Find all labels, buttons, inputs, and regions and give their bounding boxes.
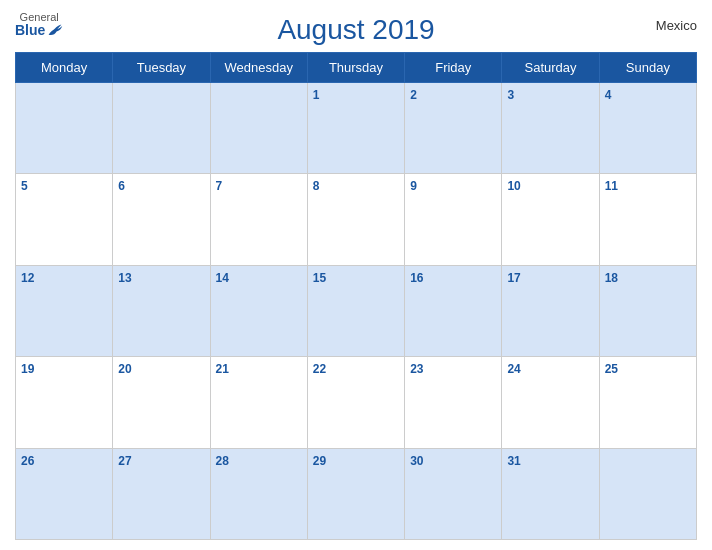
calendar-cell: 19 (16, 357, 113, 448)
calendar-cell: 10 (502, 174, 599, 265)
day-number: 1 (313, 88, 320, 102)
day-number: 8 (313, 179, 320, 193)
weekday-header-friday: Friday (405, 53, 502, 83)
calendar-cell: 8 (307, 174, 404, 265)
calendar-cell: 2 (405, 83, 502, 174)
weekday-header-saturday: Saturday (502, 53, 599, 83)
day-number: 21 (216, 362, 229, 376)
calendar-week-row: 12131415161718 (16, 265, 697, 356)
day-number: 30 (410, 454, 423, 468)
calendar-cell: 31 (502, 448, 599, 539)
calendar-week-row: 19202122232425 (16, 357, 697, 448)
calendar-cell: 5 (16, 174, 113, 265)
day-number: 19 (21, 362, 34, 376)
day-number: 11 (605, 179, 618, 193)
day-number: 20 (118, 362, 131, 376)
calendar-cell: 21 (210, 357, 307, 448)
day-number: 28 (216, 454, 229, 468)
calendar-table: MondayTuesdayWednesdayThursdayFridaySatu… (15, 52, 697, 540)
weekday-header-sunday: Sunday (599, 53, 696, 83)
calendar-cell: 25 (599, 357, 696, 448)
weekday-header-tuesday: Tuesday (113, 53, 210, 83)
country-label: Mexico (656, 18, 697, 33)
weekday-header-wednesday: Wednesday (210, 53, 307, 83)
day-number: 6 (118, 179, 125, 193)
calendar-cell: 30 (405, 448, 502, 539)
calendar-cell: 1 (307, 83, 404, 174)
calendar-cell: 14 (210, 265, 307, 356)
calendar-cell: 15 (307, 265, 404, 356)
calendar-cell: 24 (502, 357, 599, 448)
calendar-cell (16, 83, 113, 174)
calendar-cell: 28 (210, 448, 307, 539)
calendar-cell: 3 (502, 83, 599, 174)
calendar-header: General Blue August 2019 Mexico (15, 10, 697, 46)
calendar-cell: 27 (113, 448, 210, 539)
logo-blue-text: Blue (15, 23, 63, 37)
day-number: 18 (605, 271, 618, 285)
calendar-cell: 12 (16, 265, 113, 356)
calendar-cell: 6 (113, 174, 210, 265)
day-number: 4 (605, 88, 612, 102)
calendar-cell: 16 (405, 265, 502, 356)
day-number: 10 (507, 179, 520, 193)
calendar-cell: 13 (113, 265, 210, 356)
day-number: 16 (410, 271, 423, 285)
weekday-header-thursday: Thursday (307, 53, 404, 83)
calendar-week-row: 1234 (16, 83, 697, 174)
month-title: August 2019 (277, 14, 434, 46)
calendar-cell: 23 (405, 357, 502, 448)
day-number: 13 (118, 271, 131, 285)
calendar-cell (599, 448, 696, 539)
calendar-cell: 4 (599, 83, 696, 174)
day-number: 7 (216, 179, 223, 193)
day-number: 31 (507, 454, 520, 468)
calendar-cell: 26 (16, 448, 113, 539)
day-number: 25 (605, 362, 618, 376)
day-number: 27 (118, 454, 131, 468)
day-number: 29 (313, 454, 326, 468)
day-number: 26 (21, 454, 34, 468)
day-number: 5 (21, 179, 28, 193)
calendar-week-row: 262728293031 (16, 448, 697, 539)
day-number: 9 (410, 179, 417, 193)
day-number: 2 (410, 88, 417, 102)
calendar-cell: 29 (307, 448, 404, 539)
calendar-cell: 7 (210, 174, 307, 265)
day-number: 14 (216, 271, 229, 285)
calendar-cell: 20 (113, 357, 210, 448)
day-number: 22 (313, 362, 326, 376)
calendar-week-row: 567891011 (16, 174, 697, 265)
day-number: 3 (507, 88, 514, 102)
day-number: 17 (507, 271, 520, 285)
day-number: 12 (21, 271, 34, 285)
day-number: 15 (313, 271, 326, 285)
calendar-cell: 11 (599, 174, 696, 265)
calendar-cell (210, 83, 307, 174)
calendar-cell (113, 83, 210, 174)
logo: General Blue (15, 12, 63, 37)
calendar-cell: 9 (405, 174, 502, 265)
weekday-header-monday: Monday (16, 53, 113, 83)
weekday-header-row: MondayTuesdayWednesdayThursdayFridaySatu… (16, 53, 697, 83)
calendar-cell: 18 (599, 265, 696, 356)
logo-bird-icon (47, 23, 63, 37)
calendar-cell: 22 (307, 357, 404, 448)
day-number: 23 (410, 362, 423, 376)
calendar-body: 1234567891011121314151617181920212223242… (16, 83, 697, 540)
day-number: 24 (507, 362, 520, 376)
calendar-cell: 17 (502, 265, 599, 356)
